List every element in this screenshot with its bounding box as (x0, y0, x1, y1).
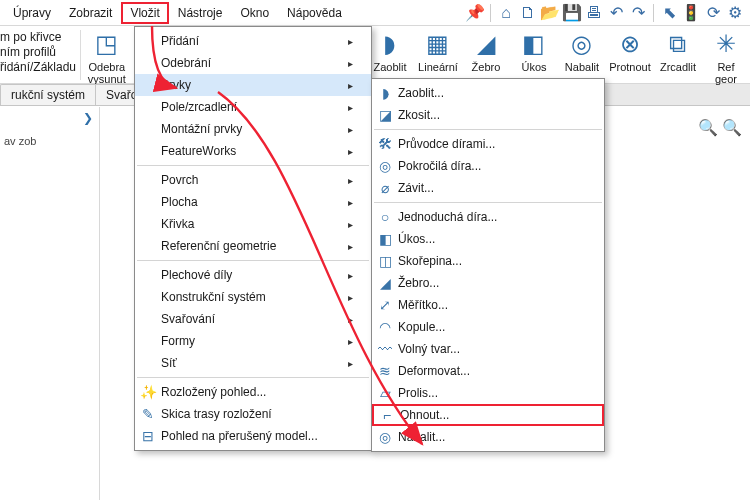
menu-item-explode-line-sketch: ✎Skica trasy rozložení (135, 403, 371, 425)
features-submenu: ◗Zaoblit...◪Zkosit...🛠Průvodce dírami...… (371, 78, 605, 452)
submenu-item-hole-wizard[interactable]: 🛠Průvodce dírami... (372, 133, 604, 155)
print-icon[interactable]: 🖶 (583, 4, 605, 22)
submenu-item-draft[interactable]: ◧Úkos... (372, 228, 604, 250)
ribbon-intersect[interactable]: ⊗Protnout (606, 28, 654, 73)
menu-item-model-break-view[interactable]: ⊟Pohled na přerušený model... (135, 425, 371, 447)
submenu-item-scale[interactable]: ⤢Měřítko... (372, 294, 604, 316)
menu-item-p-id-n-[interactable]: Přidání▸ (135, 30, 371, 52)
ribbon-loft[interactable]: ním profilů (0, 45, 76, 60)
menu-item-odebr-n-[interactable]: Odebrání▸ (135, 52, 371, 74)
ribbon: m po křivcením profilůřidání/Základu◳Ode… (0, 26, 750, 84)
menu-item-k-ivka[interactable]: Křivka▸ (135, 213, 371, 235)
submenu-item-chamfer[interactable]: ◪Zkosit... (372, 104, 604, 126)
submenu-item-simple-hole[interactable]: ○Jednoduchá díra... (372, 206, 604, 228)
ribbon-linear-pattern[interactable]: ▦Lineární (414, 28, 462, 73)
ribbon-draft[interactable]: ◧Úkos (510, 28, 558, 73)
menu-zobrazit[interactable]: Zobrazit (60, 2, 121, 24)
menu-nápověda[interactable]: Nápověda (278, 2, 351, 24)
submenu-item-flex[interactable]: ⌐Ohnout... (372, 404, 604, 426)
menu-item-plocha[interactable]: Plocha▸ (135, 191, 371, 213)
submenu-item-thread[interactable]: ⌀Závit... (372, 177, 604, 199)
menu-item-plechov-d-ly[interactable]: Plechové díly▸ (135, 264, 371, 286)
menu-okno[interactable]: Okno (231, 2, 278, 24)
panel-collapse-caret[interactable]: ❯ (0, 107, 99, 129)
view-zoom-cluster: 🔍🔍 (698, 118, 742, 137)
feature-manager-panel: ❯ av zob (0, 107, 100, 500)
menu-item-exploded-view[interactable]: ✨Rozložený pohled... (135, 381, 371, 403)
submenu-item-fillet[interactable]: ◗Zaoblit... (372, 82, 604, 104)
select-icon[interactable]: ⬉ (658, 3, 680, 22)
ribbon-ref-geom[interactable]: ✳Refgeor (702, 28, 750, 85)
menubar: ÚpravyZobrazitVložitNástrojeOknoNápověda… (0, 0, 750, 26)
menu-item-formy[interactable]: Formy▸ (135, 330, 371, 352)
ribbon-sweep[interactable]: m po křivce (0, 30, 76, 45)
rebuild-icon[interactable]: ⟳ (702, 3, 724, 22)
new-icon[interactable]: 🗋 (517, 4, 539, 22)
ribbon-fillet[interactable]: ◗Zaoblit (366, 28, 414, 73)
submenu-item-deform[interactable]: ≋Deformovat... (372, 360, 604, 382)
ribbon-mirror[interactable]: ⧉Zrcadlit (654, 28, 702, 73)
menu-item-sva-ov-n-[interactable]: Svařování▸ (135, 308, 371, 330)
submenu-item-rib[interactable]: ◢Žebro... (372, 272, 604, 294)
home-icon[interactable]: ⌂ (495, 4, 517, 22)
traffic-icon[interactable]: 🚦 (680, 3, 702, 22)
ribbon-extruded-cut[interactable]: ◳Odebravysunut (83, 28, 131, 85)
menu-nástroje[interactable]: Nástroje (169, 2, 232, 24)
ribbon-wrap[interactable]: ◎Nabalit (558, 28, 606, 73)
undo-icon[interactable]: ↶ (605, 3, 627, 22)
insert-menu: Přidání▸Odebrání▸Prvky▸Pole/zrcadlení▸Mo… (134, 26, 372, 451)
pushpin-icon[interactable]: 📌 (464, 3, 486, 22)
submenu-item-shell[interactable]: ◫Skořepina... (372, 250, 604, 272)
submenu-item-freeform[interactable]: 〰Volný tvar... (372, 338, 604, 360)
menu-item-featureworks[interactable]: FeatureWorks▸ (135, 140, 371, 162)
menu-úpravy[interactable]: Úpravy (4, 2, 60, 24)
submenu-item-indent[interactable]: ▱Prolis... (372, 382, 604, 404)
menu-item-referen-n-geometrie[interactable]: Referenční geometrie▸ (135, 235, 371, 257)
save-icon[interactable]: 💾 (561, 3, 583, 22)
panel-label-fragment: av zob (0, 129, 99, 153)
submenu-item-advanced-hole[interactable]: ◎Pokročilá díra... (372, 155, 604, 177)
menu-item-pole-zrcadlen-[interactable]: Pole/zrcadlení▸ (135, 96, 371, 118)
ribbon-boss-base[interactable]: řidání/Základu (0, 60, 76, 75)
zoom-icon-0[interactable]: 🔍 (698, 118, 718, 137)
submenu-item-wrap[interactable]: ◎Nabalit... (372, 426, 604, 448)
menu-vložit[interactable]: Vložit (121, 2, 168, 24)
tab-rukční-systém[interactable]: rukční systém (0, 84, 96, 105)
menu-item-povrch[interactable]: Povrch▸ (135, 169, 371, 191)
open-icon[interactable]: 📂 (539, 3, 561, 22)
menu-item-konstruk-n-syst-m[interactable]: Konstrukční systém▸ (135, 286, 371, 308)
submenu-item-dome[interactable]: ◠Kopule... (372, 316, 604, 338)
menu-item-prvky[interactable]: Prvky▸ (135, 74, 371, 96)
options-icon[interactable]: ⚙ (724, 3, 746, 22)
redo-icon[interactable]: ↷ (627, 3, 649, 22)
ribbon-rib[interactable]: ◢Žebro (462, 28, 510, 73)
zoom-icon-1[interactable]: 🔍 (722, 118, 742, 137)
menu-item-mont-n-prvky[interactable]: Montážní prvky▸ (135, 118, 371, 140)
menu-item-s-[interactable]: Síť▸ (135, 352, 371, 374)
